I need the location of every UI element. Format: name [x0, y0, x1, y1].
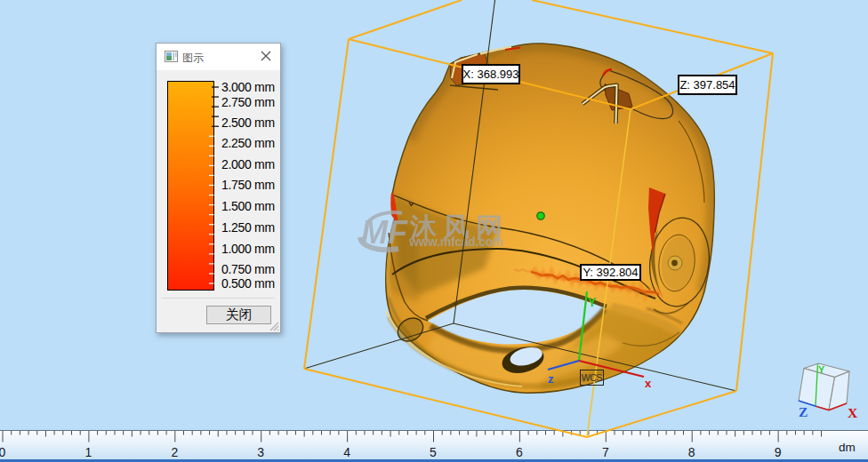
svg-text:6: 6: [516, 445, 523, 459]
svg-text:2: 2: [171, 445, 178, 459]
svg-text:Y: Y: [818, 364, 825, 375]
svg-text:4: 4: [343, 445, 350, 459]
svg-text:5: 5: [430, 445, 437, 459]
svg-text:7: 7: [602, 445, 609, 459]
svg-text:8: 8: [688, 445, 695, 459]
svg-text:X: X: [848, 405, 858, 420]
svg-text:MF: MF: [361, 214, 408, 251]
svg-text:dm: dm: [839, 441, 856, 454]
svg-text:Y: Y: [588, 295, 597, 309]
svg-text:9: 9: [775, 445, 782, 459]
svg-text:3: 3: [257, 445, 264, 459]
svg-text:www.mfcad.com: www.mfcad.com: [408, 235, 503, 249]
svg-text:x: x: [645, 377, 652, 390]
svg-text:z: z: [548, 372, 554, 386]
svg-text:Z: Z: [799, 404, 808, 419]
svg-text:1: 1: [85, 445, 92, 459]
svg-text:0: 0: [0, 445, 6, 459]
